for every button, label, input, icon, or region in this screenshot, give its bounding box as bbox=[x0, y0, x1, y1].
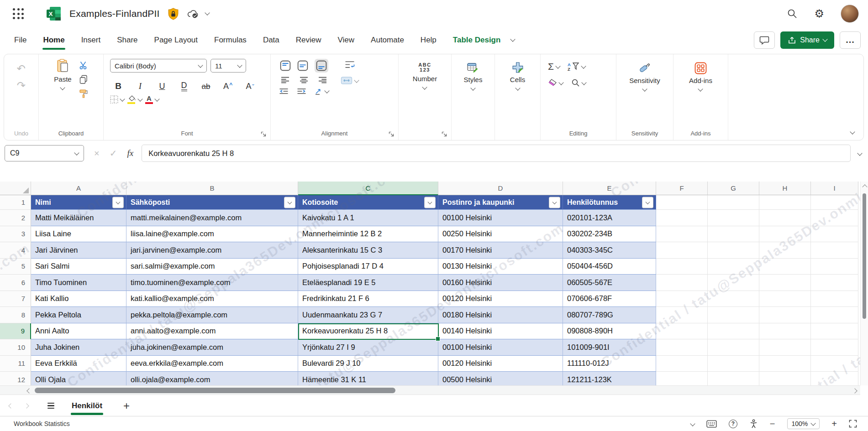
cell-B5[interactable]: sari.salmi@example.com bbox=[126, 259, 298, 275]
document-title[interactable]: Examples-FinlandPII bbox=[69, 8, 160, 19]
menu-tab-formulas[interactable]: Formulas bbox=[214, 34, 247, 47]
fill-color-button[interactable] bbox=[127, 95, 142, 104]
font-size-select[interactable]: 11 bbox=[210, 59, 246, 73]
menu-tab-table-design[interactable]: Table Design bbox=[452, 34, 501, 47]
row-header-12[interactable]: 12 bbox=[0, 372, 31, 385]
cell-D6[interactable]: 00160 Helsinki bbox=[438, 275, 563, 291]
cell-G1[interactable] bbox=[708, 195, 759, 210]
italic-button[interactable]: I bbox=[132, 77, 148, 91]
shrink-font-button[interactable]: Aˇ bbox=[242, 77, 258, 91]
cell-G9[interactable] bbox=[708, 323, 759, 340]
cell-G5[interactable] bbox=[708, 259, 759, 275]
scroll-right-arrow[interactable] bbox=[852, 388, 857, 393]
enter-button[interactable]: ✓ bbox=[110, 149, 117, 158]
cell-C6[interactable]: Eteläesplanadi 19 E 5 bbox=[298, 275, 438, 291]
expand-formula-bar-icon[interactable] bbox=[857, 151, 862, 156]
table-header-E1[interactable]: Henkilötunnus bbox=[563, 195, 656, 210]
column-header-F[interactable]: F bbox=[656, 182, 708, 195]
status-options-chevron-icon[interactable] bbox=[690, 421, 695, 426]
cell-F3[interactable] bbox=[656, 226, 708, 243]
add-sheet-button[interactable]: + bbox=[123, 400, 130, 411]
cell-C12[interactable]: Hämeentie 31 K 11 bbox=[298, 372, 438, 385]
row-header-8[interactable]: 8 bbox=[0, 307, 31, 323]
cancel-button[interactable]: × bbox=[94, 149, 100, 158]
cell-A3[interactable]: Liisa Laine bbox=[31, 226, 126, 243]
cell-A7[interactable]: Kati Kallio bbox=[31, 291, 126, 307]
menu-tab-automate[interactable]: Automate bbox=[370, 34, 405, 47]
menu-tab-insert[interactable]: Insert bbox=[81, 34, 101, 47]
menu-tab-data[interactable]: Data bbox=[263, 34, 280, 47]
excel-logo-icon[interactable]: X bbox=[46, 5, 62, 22]
cell-E5[interactable]: 050404-456D bbox=[563, 259, 656, 275]
cell-A10[interactable]: Juha Jokinen bbox=[31, 339, 126, 356]
double-underline-button[interactable]: D bbox=[181, 81, 187, 91]
row-header-11[interactable]: 11 bbox=[0, 356, 31, 372]
cell-G8[interactable] bbox=[708, 307, 759, 323]
cell-I3[interactable] bbox=[811, 226, 858, 243]
autosum-button[interactable]: Σ bbox=[548, 62, 560, 71]
vertical-scrollbar-thumb[interactable] bbox=[863, 193, 866, 319]
cell-A9[interactable]: Anni Aalto bbox=[31, 323, 126, 340]
cell-I12[interactable] bbox=[811, 372, 858, 385]
collapse-ribbon-icon[interactable] bbox=[850, 129, 855, 134]
keyboard-icon[interactable] bbox=[706, 420, 717, 428]
top-align-button[interactable] bbox=[280, 60, 291, 71]
account-avatar[interactable] bbox=[841, 5, 859, 23]
scroll-up-arrow[interactable] bbox=[862, 184, 867, 189]
menu-tab-review[interactable]: Review bbox=[295, 34, 322, 47]
cell-G2[interactable] bbox=[708, 210, 759, 226]
cell-I8[interactable] bbox=[811, 307, 858, 323]
table-design-dropdown-icon[interactable] bbox=[510, 36, 516, 42]
borders-button[interactable] bbox=[110, 95, 124, 104]
bottom-align-button[interactable] bbox=[315, 59, 328, 73]
cell-I1[interactable] bbox=[811, 195, 858, 210]
title-dropdown-icon[interactable] bbox=[205, 10, 210, 15]
row-header-2[interactable]: 2 bbox=[0, 210, 31, 226]
paste-button[interactable]: Paste bbox=[54, 59, 71, 89]
cell-F5[interactable] bbox=[656, 259, 708, 275]
cell-G7[interactable] bbox=[708, 291, 759, 307]
cell-F4[interactable] bbox=[656, 242, 708, 259]
increase-indent-button[interactable] bbox=[297, 88, 306, 94]
cell-F7[interactable] bbox=[656, 291, 708, 307]
format-painter-button[interactable] bbox=[79, 89, 88, 98]
cell-E7[interactable]: 070606-678F bbox=[563, 291, 656, 307]
cell-H12[interactable] bbox=[759, 372, 811, 385]
cell-A12[interactable]: Olli Ojala bbox=[31, 372, 126, 385]
cell-C2[interactable]: Kaivokatu 1 A 1 bbox=[298, 210, 438, 226]
cell-B11[interactable]: eeva.erkkila@example.com bbox=[126, 356, 298, 372]
row-header-7[interactable]: 7 bbox=[0, 291, 31, 307]
clear-button[interactable] bbox=[548, 78, 563, 87]
cell-D5[interactable]: 00130 Helsinki bbox=[438, 259, 563, 275]
fullscreen-icon[interactable] bbox=[849, 420, 857, 428]
menu-tab-home[interactable]: Home bbox=[42, 34, 65, 47]
cell-C8[interactable]: Uudenmaankatu 23 G 7 bbox=[298, 307, 438, 323]
cell-H5[interactable] bbox=[759, 259, 811, 275]
cell-C10[interactable]: Yrjönkatu 27 I 9 bbox=[298, 339, 438, 356]
cell-E2[interactable]: 020101-123A bbox=[563, 210, 656, 226]
cell-A11[interactable]: Eeva Erkkilä bbox=[31, 356, 126, 372]
row-header-4[interactable]: 4 bbox=[0, 242, 31, 259]
cell-C5[interactable]: Pohjoisesplanadi 17 D 4 bbox=[298, 259, 438, 275]
cell-I5[interactable] bbox=[811, 259, 858, 275]
search-icon[interactable] bbox=[787, 8, 798, 19]
align-right-button[interactable] bbox=[318, 77, 327, 83]
cell-D2[interactable]: 00100 Helsinki bbox=[438, 210, 563, 226]
cell-D10[interactable]: 00100 Helsinki bbox=[438, 339, 563, 356]
previous-sheet-arrow[interactable] bbox=[8, 403, 13, 408]
cell-A2[interactable]: Matti Meikäläinen bbox=[31, 210, 126, 226]
cell-A8[interactable]: Pekka Peltola bbox=[31, 307, 126, 323]
filter-button-C[interactable] bbox=[424, 197, 436, 208]
cell-G6[interactable] bbox=[708, 275, 759, 291]
scroll-left-arrow[interactable] bbox=[26, 388, 32, 393]
cell-E8[interactable]: 080707-789G bbox=[563, 307, 656, 323]
cell-D7[interactable]: 00120 Helsinki bbox=[438, 291, 563, 307]
menu-tab-page-layout[interactable]: Page Layout bbox=[154, 34, 198, 47]
cell-B2[interactable]: matti.meikalainen@example.com bbox=[126, 210, 298, 226]
column-header-B[interactable]: B bbox=[126, 182, 298, 195]
cell-F8[interactable] bbox=[656, 307, 708, 323]
cell-E11[interactable]: 111110-012J bbox=[563, 356, 656, 372]
column-header-G[interactable]: G bbox=[708, 182, 759, 195]
cell-D3[interactable]: 00250 Helsinki bbox=[438, 226, 563, 243]
cell-C4[interactable]: Aleksanterinkatu 15 C 3 bbox=[298, 242, 438, 259]
